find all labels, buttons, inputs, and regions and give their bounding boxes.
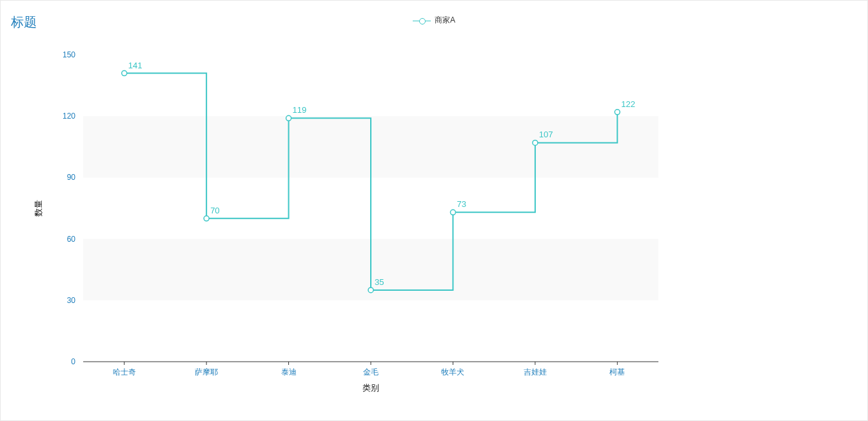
- y-tick-label: 90: [67, 173, 76, 182]
- value-label: 73: [457, 199, 466, 209]
- value-label: 122: [621, 99, 635, 109]
- value-label: 35: [375, 277, 384, 287]
- data-point[interactable]: [615, 110, 620, 115]
- x-tick-label: 泰迪: [281, 367, 297, 377]
- value-label: 141: [128, 61, 143, 70]
- value-label: 70: [210, 206, 219, 215]
- x-tick-label: 金毛: [363, 367, 379, 377]
- y-tick-label: 120: [63, 112, 75, 121]
- x-tick-label: 柯基: [609, 367, 625, 377]
- x-tick-label: 吉娃娃: [524, 367, 547, 377]
- y-tick-label: 150: [63, 50, 75, 59]
- y-tick-label: 30: [67, 296, 76, 305]
- data-point[interactable]: [368, 288, 373, 293]
- x-axis-label: 类别: [362, 383, 379, 393]
- y-axis-label: 数量: [34, 200, 43, 217]
- x-tick-label: 哈士奇: [113, 367, 136, 377]
- y-tick-label: 60: [67, 235, 76, 244]
- chart-container: 标题 商家A 0306090120150 哈士奇萨摩耶泰迪金毛牧羊犬吉娃娃柯基 …: [0, 0, 868, 421]
- y-axis: 0306090120150: [63, 50, 75, 366]
- chart-svg: 0306090120150 哈士奇萨摩耶泰迪金毛牧羊犬吉娃娃柯基 1417011…: [1, 1, 868, 421]
- y-tick-label: 0: [71, 357, 75, 366]
- data-point[interactable]: [122, 71, 127, 76]
- data-point[interactable]: [533, 140, 538, 145]
- data-point[interactable]: [204, 216, 209, 221]
- data-point[interactable]: [450, 210, 455, 215]
- value-label: 119: [293, 105, 307, 115]
- data-point[interactable]: [286, 115, 291, 121]
- x-axis: 哈士奇萨摩耶泰迪金毛牧羊犬吉娃娃柯基: [113, 362, 626, 377]
- x-tick-label: 萨摩耶: [195, 367, 218, 377]
- x-tick-label: 牧羊犬: [441, 367, 464, 377]
- value-label: 107: [539, 130, 553, 139]
